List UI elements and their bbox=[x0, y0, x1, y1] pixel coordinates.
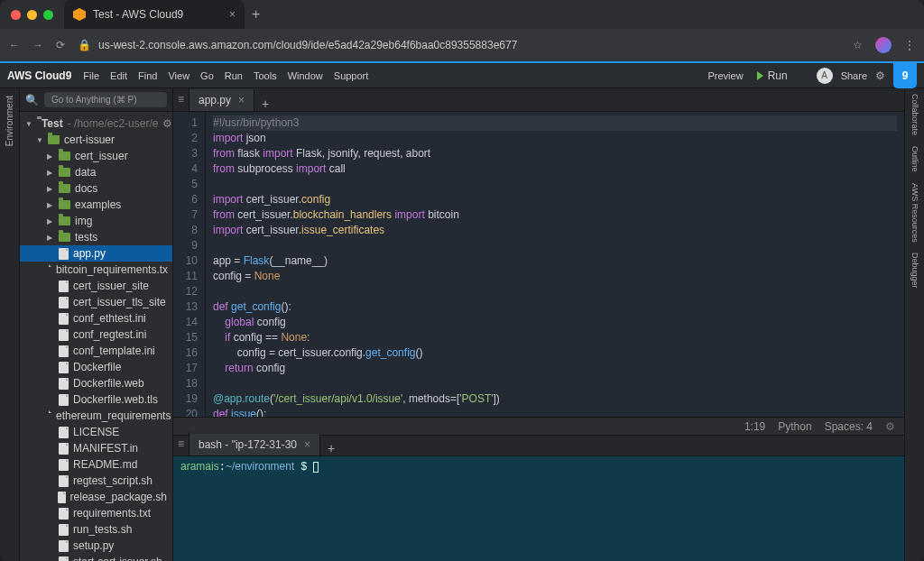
tab-list-icon[interactable]: ≡ bbox=[173, 87, 189, 111]
tree-file[interactable]: ethereum_requirements bbox=[20, 408, 172, 424]
menu-run[interactable]: Run bbox=[219, 70, 248, 81]
profile-avatar[interactable] bbox=[875, 37, 892, 53]
tree-file[interactable]: release_package.sh bbox=[20, 489, 172, 505]
menu-file[interactable]: File bbox=[78, 70, 105, 81]
environment-tab[interactable]: Environment bbox=[0, 88, 20, 561]
language-mode[interactable]: Python bbox=[778, 420, 811, 433]
kebab-icon[interactable]: ⋮ bbox=[904, 39, 915, 51]
goto-anything-input[interactable]: Go to Anything (⌘ P) bbox=[44, 92, 167, 107]
lock-icon: 🔒 bbox=[78, 39, 91, 51]
tree-file[interactable]: start-cert-issuer.sh bbox=[20, 554, 172, 561]
address-bar[interactable]: 🔒 us-west-2.console.aws.amazon.com/cloud… bbox=[78, 39, 840, 51]
minimize-window[interactable] bbox=[27, 10, 37, 20]
indent-setting[interactable]: Spaces: 4 bbox=[825, 420, 873, 433]
tree-file[interactable]: setup.py bbox=[20, 538, 172, 554]
panel-outline[interactable]: Outline bbox=[910, 146, 919, 172]
tree-file[interactable]: README.md bbox=[20, 456, 172, 473]
close-tab-icon[interactable]: × bbox=[229, 8, 236, 21]
panel-aws-resources[interactable]: AWS Resources bbox=[910, 183, 919, 243]
tree-file[interactable]: cert_issuer_site bbox=[20, 278, 172, 294]
tree-file[interactable]: requirements.txt bbox=[20, 505, 172, 521]
back-icon[interactable]: ← bbox=[9, 39, 20, 51]
tree-file[interactable]: MANIFEST.in bbox=[20, 440, 172, 456]
close-icon[interactable]: × bbox=[304, 438, 310, 451]
tree-file[interactable]: conf_ethtest.ini bbox=[20, 310, 172, 326]
search-icon[interactable]: 🔍 bbox=[25, 94, 39, 106]
preview-button[interactable]: Preview bbox=[703, 70, 749, 81]
tree-folder[interactable]: ▶ data bbox=[20, 164, 172, 180]
tree-file[interactable]: app.py bbox=[20, 245, 172, 262]
forward-icon[interactable]: → bbox=[32, 39, 43, 51]
menu-tools[interactable]: Tools bbox=[248, 70, 282, 81]
ide-menubar: AWS Cloud9 FileEditFindViewGoRunToolsWin… bbox=[0, 63, 924, 88]
menu-window[interactable]: Window bbox=[282, 70, 328, 81]
term-list-icon[interactable]: ≡ bbox=[173, 432, 189, 455]
tree-file[interactable]: run_tests.sh bbox=[20, 521, 172, 538]
terminal-tab[interactable]: bash - "ip-172-31-30× bbox=[189, 434, 320, 455]
brand-label: AWS Cloud9 bbox=[7, 69, 71, 82]
tree-folder[interactable]: ▼ cert-issuer bbox=[20, 132, 172, 148]
reload-icon[interactable]: ⟳ bbox=[56, 39, 65, 51]
panel-debugger[interactable]: Debugger bbox=[910, 253, 919, 289]
tree-file[interactable]: LICENSE bbox=[20, 424, 172, 440]
cloud9-badge[interactable]: 9 bbox=[893, 63, 917, 88]
close-icon[interactable]: × bbox=[238, 94, 245, 106]
new-terminal-tab[interactable]: + bbox=[320, 441, 342, 455]
tree-file[interactable]: conf_template.ini bbox=[20, 343, 172, 359]
tree-file[interactable]: Dockerfile.web bbox=[20, 375, 172, 391]
tree-file[interactable]: Dockerfile bbox=[20, 359, 172, 375]
menu-find[interactable]: Find bbox=[133, 70, 162, 81]
gear-icon[interactable]: ⚙ bbox=[875, 69, 885, 82]
maximize-window[interactable] bbox=[43, 10, 53, 20]
editor-tab-app-py[interactable]: app.py× bbox=[189, 89, 254, 111]
tree-file[interactable]: regtest_script.sh bbox=[20, 473, 172, 489]
file-tree: ▼ Test - /home/ec2-user/e⚙▼ cert-issuer▶… bbox=[20, 112, 172, 561]
user-avatar[interactable]: A bbox=[817, 68, 833, 84]
tree-folder[interactable]: ▶ tests bbox=[20, 229, 172, 245]
tree-folder[interactable]: ▶ docs bbox=[20, 180, 172, 197]
new-tab-button[interactable]: + bbox=[252, 6, 260, 23]
tree-file[interactable]: cert_issuer_tls_site bbox=[20, 294, 172, 310]
terminal[interactable]: aramais:~/environment $ bbox=[173, 456, 904, 561]
cloud9-icon bbox=[73, 8, 86, 21]
browser-tab[interactable]: Test - AWS Cloud9 × bbox=[64, 0, 245, 29]
tree-file[interactable]: conf_regtest.ini bbox=[20, 326, 172, 343]
url: us-west-2.console.aws.amazon.com/cloud9/… bbox=[98, 39, 517, 51]
tree-file[interactable]: bitcoin_requirements.tx bbox=[20, 262, 172, 278]
menu-support[interactable]: Support bbox=[328, 70, 374, 81]
share-button[interactable]: Share bbox=[836, 70, 873, 81]
code-editor[interactable]: 1234567891011121314151617181920212223242… bbox=[173, 112, 904, 417]
star-icon[interactable]: ☆ bbox=[853, 39, 863, 51]
tree-folder[interactable]: ▶ img bbox=[20, 213, 172, 229]
tree-folder[interactable]: ▶ cert_issuer bbox=[20, 148, 172, 164]
run-button[interactable]: Run bbox=[752, 69, 793, 82]
menu-edit[interactable]: Edit bbox=[105, 70, 133, 81]
tree-root[interactable]: ▼ Test - /home/ec2-user/e⚙ bbox=[20, 115, 172, 132]
tree-file[interactable]: Dockerfile.web.tls bbox=[20, 391, 172, 408]
close-window[interactable] bbox=[11, 10, 21, 20]
cursor-position: 1:19 bbox=[744, 420, 765, 433]
play-icon bbox=[757, 71, 763, 80]
browser-tab-title: Test - AWS Cloud9 bbox=[93, 8, 183, 21]
panel-collaborate[interactable]: Collaborate bbox=[910, 94, 919, 135]
menu-view[interactable]: View bbox=[162, 70, 195, 81]
new-editor-tab[interactable]: + bbox=[254, 97, 276, 111]
menu-go[interactable]: Go bbox=[195, 70, 219, 81]
status-bar: 1:19 Python Spaces: 4 ⚙ bbox=[173, 417, 904, 435]
tree-folder[interactable]: ▶ examples bbox=[20, 197, 172, 213]
gear-icon[interactable]: ⚙ bbox=[885, 420, 895, 433]
